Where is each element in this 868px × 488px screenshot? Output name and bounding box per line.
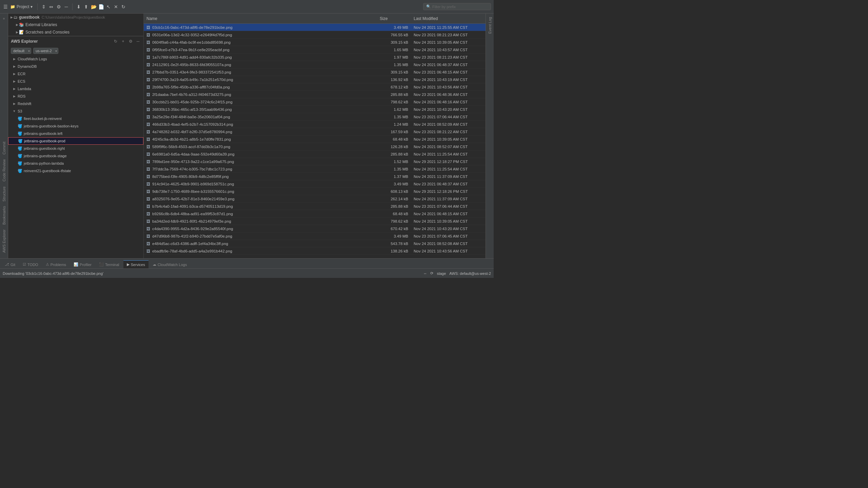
file-icon: 🖼	[146, 115, 150, 119]
pointer-icon[interactable]: ↖	[106, 4, 111, 9]
file-row[interactable]: 🖼03cb1c16-0abc-473d-a8f6-de78e291bcbe.pn…	[144, 24, 486, 31]
tab-todo[interactable]: ☑ TODO	[19, 260, 42, 268]
file-row[interactable]: 🖼ebadfb9e-78af-4bd6-add5-a4a2e991b442.pn…	[144, 247, 486, 255]
new-folder-icon[interactable]: 📂	[91, 4, 96, 9]
file-row[interactable]: 🖼e484d5ac-c6d3-4386-adff-1ef4a34bc3ff.pn…	[144, 240, 486, 247]
file-row[interactable]: 🖼6e6981a0-6d5a-4daa-9aae-592e49d60a39.pn…	[144, 150, 486, 158]
bucket-left[interactable]: 🪣 jetbrains-guestbook-left	[8, 130, 143, 137]
file-cell-modified: Nov 23 2021 08:21:22 AM CST	[411, 130, 486, 134]
status-stage[interactable]: stage	[437, 271, 446, 276]
upload-icon[interactable]: ⬆	[83, 4, 89, 9]
region-select[interactable]: us-west-2	[33, 48, 58, 54]
col-header-modified[interactable]: Last Modified	[411, 16, 486, 21]
aws-explorer-label[interactable]: AWS Explorer	[1, 227, 7, 255]
download-icon[interactable]: ⬇	[76, 4, 81, 9]
tree-item-scratches[interactable]: ▶ 📝 Scratches and Consoles	[8, 28, 143, 36]
profile-select[interactable]: default	[11, 48, 31, 54]
file-row[interactable]: 🖼589f9f6c-56b9-4503-accf-87dd3b3c1a70.pn…	[144, 143, 486, 150]
file-row[interactable]: 🖼0604f9a6-c44a-4fab-bc9f-ee1cbbd85698.pn…	[144, 39, 486, 46]
bucket-python[interactable]: 🪣 jetbrains-python-lambda	[8, 160, 143, 167]
event-log-label[interactable]: Event Log	[487, 15, 493, 36]
aws-service-lambda[interactable]: ▶ Lambda	[8, 85, 143, 93]
file-row[interactable]: 🖼1a7c786f-b903-4d91-add4-830afc32b335.pn…	[144, 54, 486, 61]
aws-settings-btn[interactable]: ⚙	[128, 39, 133, 44]
aws-service-dynamodb[interactable]: ▶ DynamoDB	[8, 63, 143, 70]
file-row[interactable]: 🖼b7b4c4a0-1fad-4091-b3ca-d57405113d19.pn…	[144, 203, 486, 210]
left-icon-0[interactable]: ≡	[0, 15, 8, 22]
bucket-right[interactable]: 🪣 jetbrains-guestbook-right	[8, 145, 143, 152]
file-row[interactable]: 🖼ba34d2ed-fdb9-4921-80f1-4b214979ef3e.pn…	[144, 218, 486, 225]
file-cell-size: 670.42 kB	[377, 227, 411, 231]
file-row[interactable]: 🖼d47d96b8-987b-41f2-b940-27bdd7e5af0e.pn…	[144, 232, 486, 240]
bucket-stage[interactable]: 🪣 jetbrains-guestbook-stage	[8, 152, 143, 160]
file-row[interactable]: 🖼4f245c9a-db3d-4b21-a8b5-1e7d0ffe7831.pn…	[144, 136, 486, 143]
new-file-icon[interactable]: 📄	[98, 4, 104, 9]
structure-label[interactable]: Structure	[1, 184, 7, 204]
tab-profiler[interactable]: 📊 Profiler	[70, 260, 95, 268]
bucket-reinvent[interactable]: 🪣 reinvent21-guestbook-tfstate	[8, 167, 143, 175]
project-selector[interactable]: 📁 Project ▾	[10, 4, 33, 9]
file-row[interactable]: 🖼b9266c8b-6db4-48ba-ad91-ea99f53c87d1.pn…	[144, 210, 486, 218]
bucket-fleet[interactable]: 🪣 fleet-bucket-jb-reinvent	[8, 115, 143, 122]
file-row[interactable]: 🖼466d33b3-4bad-4ef5-b2b7-4c157092b314.pn…	[144, 121, 486, 128]
status-aws-info[interactable]: AWS: default@us-west-2	[449, 271, 491, 276]
aws-service-cloudwatch[interactable]: ▶ CloudWatch Logs	[8, 55, 143, 63]
services-icon: ▶	[127, 262, 130, 267]
file-row[interactable]: 🖼a8325076-9e05-42b7-81e3-8460e21459e3.pn…	[144, 195, 486, 203]
file-row[interactable]: 🖼3a25e29e-f34f-484f-ba0e-35e20601af04.pn…	[144, 113, 486, 121]
file-row[interactable]: 🖼24112901-0e2f-495b-8633-6fd3f055107a.pn…	[144, 61, 486, 68]
tab-git[interactable]: ⎇ Git	[1, 260, 19, 268]
search-box[interactable]: 🔍 Filter by prefix	[423, 3, 491, 10]
bucket-prod[interactable]: 🪣 jetbrains-guestbook-prod	[8, 137, 143, 145]
aws-service-redshift[interactable]: ▶ Redshift	[8, 100, 143, 107]
tab-services[interactable]: ▶ Services	[123, 260, 149, 268]
tab-problems[interactable]: ⚠ Problems	[42, 260, 70, 268]
code-review-label[interactable]: Code Review	[1, 157, 7, 183]
settings-icon[interactable]: ⚙	[56, 4, 61, 9]
aws-service-s3[interactable]: ▼ S3	[8, 107, 143, 115]
file-row[interactable]: 🖼27fbbd7b-0351-43e4-9fe3-983372541f53.pn…	[144, 68, 486, 76]
file-row[interactable]: 🖼2f1daaba-7bef-4b76-a312-f404673d3275.pn…	[144, 91, 486, 98]
close-icon[interactable]: ✕	[113, 4, 119, 9]
aws-minimize-btn[interactable]: ─	[135, 39, 141, 44]
commit-label[interactable]: Commit	[1, 140, 7, 157]
file-row[interactable]: 🖼c4da4390-9955-4d2a-8436-929e2a85540f.pn…	[144, 225, 486, 232]
file-row[interactable]: 🖼789bd1ee-950e-4713-9a22-c1ce1a99a675.pn…	[144, 158, 486, 165]
toolbar-sep-2	[72, 3, 73, 10]
file-cell-modified: Nov 24 2021 10:43:20 AM CST	[411, 107, 486, 111]
aws-service-rds[interactable]: ▶ RDS	[8, 93, 143, 100]
col-header-size[interactable]: Size	[377, 16, 411, 21]
file-row[interactable]: 🖼0531e06a-13d2-4c32-9352-e2649f4d7f5d.pn…	[144, 31, 486, 39]
bucket-bastion[interactable]: 🪣 jetbrains-guestbook-bastion-keys	[8, 122, 143, 130]
file-row[interactable]: 🖼9db738e7-1750-4689-8bee-b3155576601c.pn…	[144, 188, 486, 195]
aws-service-ecs[interactable]: ▶ ECS	[8, 78, 143, 85]
file-row[interactable]: 🖼36830b13-35bc-465c-af13-35f1aab9b436.pn…	[144, 106, 486, 113]
file-row[interactable]: 🖼30ccbb21-bb01-45de-925b-3724c6c24f15.pn…	[144, 98, 486, 106]
col-header-name[interactable]: Name	[144, 16, 377, 21]
aws-service-ecr[interactable]: ▶ ECR	[8, 70, 143, 78]
region-selector-wrap[interactable]: us-west-2	[33, 48, 58, 54]
tab-terminal[interactable]: ⬛ Terminal	[96, 260, 123, 268]
file-row[interactable]: 🖼4a748282-b032-4bf7-b2f0-37d5e8780994.pn…	[144, 128, 486, 136]
aws-add-btn[interactable]: +	[120, 39, 126, 44]
refresh-icon[interactable]: ↻	[121, 4, 126, 9]
file-row[interactable]: 🖼914c941e-4625-40b9-9901-b969d158751c.pn…	[144, 180, 486, 188]
tree-item-external-libraries[interactable]: ▶ 📚 External Libraries	[8, 21, 143, 28]
tree-item-guestbook[interactable]: ▶ 🗂 guestbook C:\Users\dalia\IdeaProject…	[8, 14, 143, 21]
file-row[interactable]: 🖼29f74700-3a19-4a05-b49c-7a1b251e570d.pn…	[144, 76, 486, 83]
tab-cloudwatch[interactable]: ☁ CloudWatch Logs	[149, 260, 190, 268]
bookmarks-label[interactable]: Bookmarks	[1, 204, 7, 227]
expand-all-icon[interactable]: ⇕	[41, 4, 46, 9]
collapse-all-icon[interactable]: ⇔	[48, 4, 54, 9]
file-row[interactable]: 🖼8d775bed-f3fe-4905-80b9-4d8c2e85ff9f.pn…	[144, 173, 486, 180]
toolbar-sep-1	[37, 3, 38, 10]
project-folder-icon: 📁	[10, 4, 15, 9]
file-row[interactable]: 🖼2b98a765-5f9e-450b-a336-aff87c04fd0a.pn…	[144, 83, 486, 91]
aws-refresh-btn[interactable]: ↻	[113, 39, 118, 44]
profile-selector-wrap[interactable]: default	[11, 48, 31, 54]
file-row[interactable]: 🖼0f95fce0-e7b3-47ea-9b1f-ce8e205eacbf.pn…	[144, 46, 486, 54]
file-row[interactable]: 🖼7f7ddc3a-7569-474c-b305-7bc7dbc1c723.pn…	[144, 165, 486, 173]
minimize-icon[interactable]: ─	[63, 4, 69, 9]
menu-icon[interactable]: ☰	[3, 4, 8, 9]
status-spinner: ⟳	[430, 271, 433, 276]
